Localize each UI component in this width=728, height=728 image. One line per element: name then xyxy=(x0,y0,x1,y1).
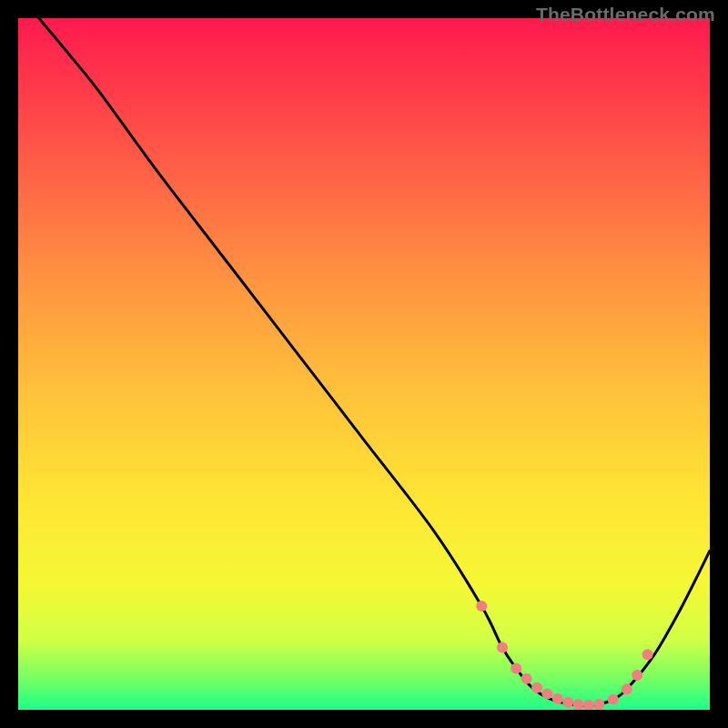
marker-dot xyxy=(573,699,584,710)
marker-dot xyxy=(521,673,532,684)
marker-dot xyxy=(622,683,632,694)
chart-svg xyxy=(18,18,710,710)
marker-dot xyxy=(531,682,542,693)
chart-frame: TheBottleneck.com xyxy=(0,0,728,728)
watermark-text: TheBottleneck.com xyxy=(536,4,715,25)
marker-dot xyxy=(642,649,653,660)
marker-dot xyxy=(497,642,508,653)
marker-dot xyxy=(632,670,642,681)
marker-dot xyxy=(476,601,487,612)
marker-dot xyxy=(608,694,619,705)
plot-area xyxy=(18,18,710,710)
marker-dot xyxy=(552,693,563,704)
marker-dot xyxy=(562,697,573,708)
marker-dot xyxy=(541,689,552,700)
marker-dot xyxy=(593,699,604,710)
marker-dot xyxy=(511,662,521,673)
